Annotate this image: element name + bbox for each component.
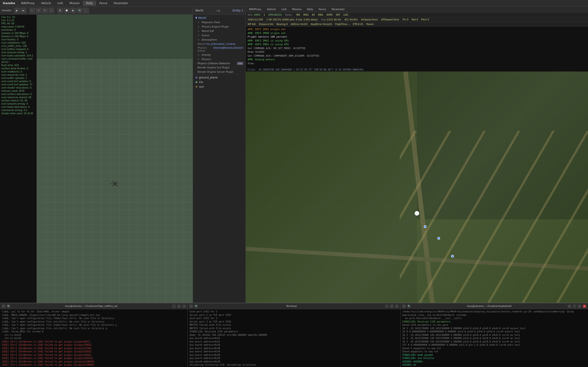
status-ekf: EKF — [336, 14, 340, 16]
tree-render-gui[interactable]: Render Engine Gui Plugin — [193, 65, 246, 70]
menu-link[interactable]: Link — [54, 1, 66, 6]
term-line: bus.bus=1 address=0x38 — [190, 347, 398, 350]
log-line: Mode GUIDED — [248, 50, 586, 54]
term-min[interactable]: ─ — [172, 305, 175, 308]
menu-mavproxy[interactable]: MAVProxy — [18, 1, 38, 6]
rng-val: RNG — [318, 14, 323, 16]
toolbar-btn-play[interactable]: ▶ — [14, 8, 20, 13]
alterror-val: AltError 0m(H) — [291, 23, 308, 25]
terminal-content-serial[interactable]: bind port 5762 for 2 Serial port 2 on TC… — [188, 309, 400, 367]
wp-val: WP 0/6 — [248, 23, 256, 25]
waypoint-1[interactable] — [424, 225, 426, 228]
term-search[interactable]: 🔍 — [7, 305, 10, 308]
term-line: bus.bus=0 address=0x38 — [190, 343, 398, 347]
log-line: Flight battery 100 percent — [248, 35, 586, 39]
tree-ground-plane[interactable]: ⊕ ground_plane — [193, 75, 246, 80]
ahrs-val: AHRS — [326, 14, 333, 16]
term-min[interactable]: ─ — [385, 305, 389, 308]
term-line: GUIDED> GUIDED> — [402, 360, 586, 364]
sun-label: sun — [199, 85, 204, 88]
log-line: Got COMMAND_ACK: COMPONENT_ARM_DISARM: A… — [248, 54, 586, 58]
mav-link[interactable]: Link — [280, 7, 288, 11]
mav-mavproxy[interactable]: MAVProxy — [248, 7, 263, 11]
waypoint-2[interactable] — [437, 237, 440, 240]
term-line: /home/rhys/Code/ardupilot/MAVProxy/MAVPr… — [402, 310, 586, 317]
tree-iris[interactable]: ⊕ iris — [193, 80, 246, 84]
status-batt: Batt: 100% — [248, 14, 260, 16]
expand-icon: + — [198, 58, 200, 60]
batt-val: 100% — [254, 14, 260, 16]
toolbar-btn-grid[interactable]: ⊞ — [57, 8, 63, 13]
tree-physics-engine[interactable]: + Physics Engine Plugin — [193, 25, 246, 29]
altom-val: Alt 0m — [334, 18, 341, 21]
mav-mission[interactable]: Mission — [291, 7, 303, 11]
tree-atmosphere[interactable]: + Atmosphere — [193, 38, 246, 42]
term-search[interactable]: 🔍 — [195, 305, 198, 308]
toolbar-btn-step[interactable]: ⏭ — [21, 8, 26, 13]
name-field-value: iris_arducopter_runway — [206, 42, 235, 45]
tree-render-server[interactable]: Render Engine Server Plugin — [193, 70, 246, 74]
ode-badge: ode — [237, 62, 243, 65]
term-max[interactable]: □ — [578, 305, 581, 308]
term-win-menu[interactable]: ≡ — [568, 305, 571, 308]
term-line: libGL: Can't open configuration file /ho… — [2, 323, 186, 327]
term-max[interactable]: □ — [390, 305, 393, 308]
term-line: [GUI] [Err] [GstRunner.cc:158] Failed to… — [2, 360, 186, 364]
toolbar-btn-translate[interactable]: ✛ — [36, 8, 41, 13]
tree-world-sdf[interactable]: + World Sdf — [193, 29, 246, 33]
term-search[interactable]: 🔍 — [407, 305, 411, 308]
log-val: LOG — [343, 14, 348, 16]
term-line: [GUI] [Err] [GstRunner.cc:158] Failed to… — [2, 363, 186, 367]
tree-scene[interactable]: + Scene — [193, 33, 246, 38]
term-min[interactable]: ─ — [573, 305, 576, 308]
tree-physics[interactable]: + Physics — [193, 57, 246, 61]
toolbar-btn-select[interactable]: ↖ — [29, 8, 35, 13]
term-close[interactable]: × — [182, 305, 186, 308]
entity-header: World ━ ▲ Entity 1 — [193, 6, 246, 15]
mav-vehicle[interactable]: Vehicle — [266, 7, 277, 11]
term-line: STABILIZE> Received 1335 parameters — [402, 320, 586, 324]
menu-vehicle[interactable]: Vehicle — [38, 1, 54, 6]
scene-label: Scene — [202, 34, 209, 37]
term-max[interactable]: □ — [177, 305, 181, 308]
toolbar-btn-rotate[interactable]: ↻ — [42, 8, 48, 13]
term-line: 177 0 0.0000000000 0.0000000000 0.000000… — [402, 343, 586, 347]
term-close[interactable]: × — [395, 305, 398, 308]
toolbar-btn-scale[interactable]: ⤢ — [49, 8, 54, 13]
menu-parameter[interactable]: Parameter — [111, 1, 131, 6]
terminal-content-gazebo[interactable]: libGL: pci ld for fd 19: 15ad:0405, driv… — [0, 309, 187, 367]
toolbar-btn-snap[interactable]: 🔲 — [64, 8, 69, 13]
resize-handle[interactable]: ◁ — [190, 189, 193, 193]
term-line: bind port 5762 for 2 — [190, 310, 398, 314]
terminal-title-serial: Terminal — [199, 305, 383, 308]
terminal-serial: ⬛ 🔍 Terminal ─ □ × bind port 5762 for 2 … — [188, 303, 400, 367]
mavproxy-status-3: WP 0/6 Distance 0m Bearing 0 AltError 0m… — [246, 22, 588, 27]
term-line: Validating structures:518: Validating st… — [190, 363, 398, 367]
etr-val: ETR:0:25 — [353, 23, 363, 25]
term-close-red[interactable]: × — [583, 305, 586, 308]
tree-magnetic-field[interactable]: + Magnetic Field — [193, 20, 246, 25]
mavproxy-log: APM: EKF1 IMU1 origin set APM: EKF3 IMU0… — [246, 27, 588, 68]
menu-rally[interactable]: Rally — [83, 1, 96, 6]
toolbar-btn-perspective[interactable]: ◉ — [70, 8, 76, 13]
toolbar-btn-more[interactable]: ⋮ — [83, 8, 89, 13]
menu-mission[interactable]: Mission — [66, 1, 83, 6]
status-batt2: 100%/12.59V — [248, 18, 263, 21]
mav-rally[interactable]: Rally — [306, 7, 315, 11]
tree-sun[interactable]: ☀ sun — [193, 84, 246, 89]
airspeed-val: AirSpeed 0m/s — [361, 18, 378, 21]
term-line: STABILIZE> arm throttle — [402, 357, 586, 360]
terminal-content-ardupilot[interactable]: /home/rhys/Code/ardupilot/MAVProxy/MAVPr… — [401, 309, 588, 367]
menu-fence[interactable]: Fence — [96, 1, 111, 6]
gravity-label: Gravity — [202, 53, 211, 56]
term-line: [GUI] [Err] [GstRunner.cc:158] Failed to… — [2, 343, 186, 347]
top-menu-bar: Gazebo MAVProxy Vehicle Link Mission Ral… — [0, 0, 588, 6]
mav-parameter[interactable]: Parameter — [330, 7, 346, 11]
toolbar-btn-camera[interactable]: 📷 — [77, 8, 82, 13]
term-line: Serial port 2 on TCP port 5762 — [190, 314, 398, 317]
mav-fence[interactable]: Fence — [317, 7, 327, 11]
world-section-header[interactable]: ▼ World — [193, 16, 246, 20]
waypoint-3[interactable] — [451, 255, 454, 258]
collision-label: Physics Collision Detector — [198, 62, 230, 65]
tree-gravity[interactable]: + Gravity — [193, 53, 246, 57]
